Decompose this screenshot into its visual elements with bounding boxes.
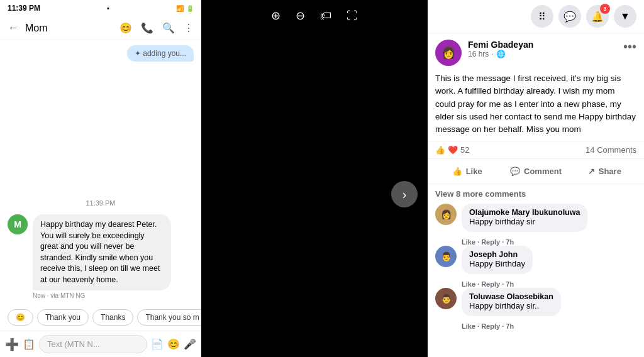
quick-reply-thankyou[interactable]: Thank you: [37, 309, 89, 326]
comment-list: 👩 Olajumoke Mary Ibukunoluwa Happy birth…: [428, 204, 644, 330]
sent-bubble: ✦ adding you...: [127, 45, 194, 62]
chat-body: ✦ adding you... 11:39 PM M Happy birthda…: [0, 40, 201, 357]
back-button[interactable]: ←: [8, 21, 19, 35]
comment-like-1[interactable]: Like · Reply · 7h: [462, 238, 514, 246]
sender-avatar: M: [8, 214, 28, 234]
battery-icon: 🔋: [186, 5, 194, 12]
post-author-avatar: 👩: [435, 40, 462, 66]
comment-like-3[interactable]: Like · Reply · 7h: [462, 322, 514, 330]
quick-reply-emoji[interactable]: 😊: [8, 309, 33, 326]
received-bubble: Happy birthday my dearest Peter. You wil…: [33, 214, 171, 290]
next-image-arrow[interactable]: ›: [391, 181, 418, 207]
comment-text-2: Happy Birthday: [469, 259, 525, 270]
reaction-count[interactable]: 52: [460, 145, 469, 155]
search-icon[interactable]: 🔍: [162, 22, 175, 34]
comment-item-2: 👨 Joseph John Happy Birthday: [435, 246, 636, 274]
phone-panel: 11:39 PM • 📶 🔋 ← Mom 😊 📞 🔍 ⋮ ✦ adding yo…: [0, 0, 201, 357]
post-header: 👩 Femi Gbadeyan 16 hrs · 🌐 •••: [428, 33, 644, 70]
comment-actions-1: Like · Reply · 7h: [462, 238, 636, 246]
more-icon[interactable]: ⋮: [184, 22, 194, 34]
chat-input-bar: ➕ 📋 Text (MTN N... 📄 😊 🎤: [0, 331, 201, 357]
comment-author-3[interactable]: Toluwase Olaosebikan: [469, 292, 553, 301]
globe-icon: 🌐: [496, 50, 506, 58]
post-meta: 16 hrs · 🌐: [468, 50, 533, 58]
bubble-container: ✦ adding you... 11:39 PM M Happy birthda…: [0, 40, 201, 304]
clipboard-icon[interactable]: 📋: [23, 338, 35, 350]
post-author-name[interactable]: Femi Gbadeyan: [468, 40, 533, 50]
copy-icon[interactable]: 📄: [151, 338, 164, 350]
facebook-topbar: ⠿ 💬 🔔 3 ▼: [428, 0, 644, 33]
emoji-icon[interactable]: 😊: [119, 22, 132, 34]
expand-icon[interactable]: ⛶: [347, 9, 358, 23]
comment-button[interactable]: 💬 Comment: [501, 162, 570, 181]
post-reactions: 👍 ❤️ 52 14 Comments: [428, 141, 644, 158]
post-text: This is the message I first received, it…: [428, 70, 644, 141]
comment-avatar-2: 👨: [435, 246, 457, 267]
comment-author-2[interactable]: Joseph John: [469, 250, 525, 259]
call-icon[interactable]: 📞: [141, 22, 153, 34]
comment-actions-2: Like · Reply · 7h: [462, 280, 636, 288]
quick-reply-thanks[interactable]: Thanks: [92, 309, 133, 326]
comment-avatar-3: 👨: [435, 288, 457, 309]
like-reaction-icon: 👍: [435, 145, 445, 155]
share-button[interactable]: ↗ Share: [570, 162, 639, 181]
messenger-icon: 💬: [564, 11, 576, 23]
post-container[interactable]: 👩 Femi Gbadeyan 16 hrs · 🌐 ••• This is t…: [428, 33, 644, 357]
message-timestamp: 11:39 PM: [8, 199, 194, 207]
post-time: 16 hrs: [468, 50, 489, 58]
post-more-button[interactable]: •••: [623, 40, 636, 54]
messenger-button[interactable]: 💬: [558, 5, 581, 28]
header-icons: 😊 📞 🔍 ⋮: [119, 22, 194, 34]
notification-button[interactable]: 🔔 3: [586, 5, 609, 28]
view-more-comments-link[interactable]: View 8 more comments: [428, 184, 644, 204]
share-label: Share: [599, 167, 621, 176]
comment-item-3: 👨 Toluwase Olaosebikan Happy birthday si…: [435, 288, 636, 316]
zoom-in-icon[interactable]: ⊕: [271, 9, 280, 23]
grid-menu-button[interactable]: ⠿: [531, 5, 553, 28]
message-input[interactable]: Text (MTN N...: [39, 335, 147, 353]
status-time: 11:39 PM: [8, 4, 40, 13]
account-dropdown-button[interactable]: ▼: [614, 5, 636, 28]
received-message-row: M Happy birthday my dearest Peter. You w…: [8, 214, 194, 299]
like-icon: 👍: [452, 167, 462, 176]
grid-icon: ⠿: [538, 11, 546, 23]
mic-icon[interactable]: 🎤: [184, 338, 196, 350]
tag-icon[interactable]: 🏷: [320, 9, 331, 23]
like-label: Like: [466, 167, 482, 176]
chat-title: Mom: [25, 23, 113, 34]
add-icon[interactable]: ➕: [5, 338, 19, 351]
image-area: ›: [201, 31, 428, 357]
comment-text-3: Happy birthday sir..: [469, 301, 553, 312]
comment-icon: 💬: [510, 167, 520, 176]
comment-count[interactable]: 14 Comments: [586, 145, 636, 155]
image-viewer-panel: ⊕ ⊖ 🏷 ⛶ ›: [201, 0, 428, 357]
notification-badge: 3: [600, 4, 610, 14]
comment-avatar-1: 👩: [435, 204, 457, 225]
comment-like-2[interactable]: Like · Reply · 7h: [462, 280, 514, 288]
comment-item: 👩 Olajumoke Mary Ibukunoluwa Happy birth…: [435, 204, 636, 232]
comment-bubble-3: Toluwase Olaosebikan Happy birthday sir.…: [462, 288, 561, 316]
status-dot: •: [107, 4, 109, 12]
heart-reaction-icon: ❤️: [448, 145, 458, 155]
facebook-panel: ⠿ 💬 🔔 3 ▼ 👩 Femi Gbadeyan 16 hrs · 🌐: [428, 0, 644, 357]
avatar-image: 👩: [441, 46, 455, 60]
comment-text-1: Happy birthday sir: [469, 217, 580, 228]
status-bar: 11:39 PM • 📶 🔋: [0, 0, 201, 16]
post-author-info: Femi Gbadeyan 16 hrs · 🌐: [468, 40, 533, 58]
comment-label: Comment: [524, 167, 562, 176]
comment-bubble-2: Joseph John Happy Birthday: [462, 246, 533, 274]
comment-actions-3: Like · Reply · 7h: [462, 322, 636, 330]
reaction-icons: 👍 ❤️ 52: [435, 145, 469, 155]
zoom-out-icon[interactable]: ⊖: [296, 9, 305, 23]
quick-reply-thankyouso[interactable]: Thank you so m: [137, 309, 201, 326]
image-toolbar: ⊕ ⊖ 🏷 ⛶: [201, 0, 428, 31]
chevron-down-icon: ▼: [620, 11, 630, 22]
emoji-input-icon[interactable]: 😊: [167, 338, 180, 350]
like-button[interactable]: 👍 Like: [433, 162, 501, 181]
comment-author-1[interactable]: Olajumoke Mary Ibukunoluwa: [469, 208, 580, 217]
signal-icon: 📶: [176, 5, 184, 12]
post-actions: 👍 Like 💬 Comment ↗ Share: [428, 158, 644, 184]
comment-bubble-1: Olajumoke Mary Ibukunoluwa Happy birthda…: [462, 204, 587, 232]
bubble-meta: Now · via MTN NG: [33, 292, 171, 299]
share-icon: ↗: [588, 167, 595, 176]
